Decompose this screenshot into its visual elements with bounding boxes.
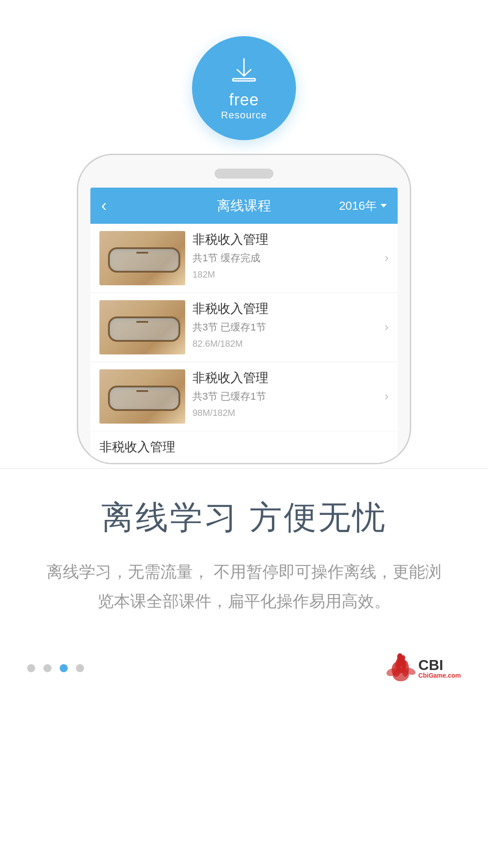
chevron-down-icon: [380, 204, 387, 208]
course-thumbnail: [99, 300, 185, 354]
cbi-logo: CBI CbiGame.com: [385, 652, 461, 684]
svg-point-10: [401, 655, 405, 660]
screen-title: 离线课程: [217, 197, 271, 215]
course-item-partial[interactable]: 非税收入管理: [90, 431, 398, 463]
course-item[interactable]: 非税收入管理 共1节 缓存完成 › 182M: [90, 224, 398, 293]
course-meta: 共1节 缓存完成: [192, 251, 260, 265]
chevron-right-icon: ›: [385, 320, 389, 334]
course-item[interactable]: 非税收入管理 共3节 已缓存1节 › 98M/182M: [90, 362, 398, 431]
course-title: 非税收入管理: [192, 231, 389, 248]
course-title: 非税收入管理: [99, 440, 175, 454]
course-size: 98M/182M: [192, 408, 389, 418]
course-size: 182M: [192, 269, 389, 280]
page-dot-2[interactable]: [43, 664, 52, 672]
course-info: 非税收入管理 共3节 已缓存1节 › 98M/182M: [192, 369, 389, 418]
course-title: 非税收入管理: [192, 369, 389, 387]
chevron-right-icon: ›: [385, 389, 389, 403]
course-info: 非税收入管理 共1节 缓存完成 › 182M: [192, 231, 389, 280]
course-meta: 共3节 已缓存1节: [192, 390, 266, 403]
course-size: 82.6M/182M: [192, 339, 389, 349]
phone-speaker: [215, 169, 273, 179]
divider: [0, 468, 488, 469]
page-dot-4[interactable]: [76, 664, 84, 672]
cbi-text: CBI CbiGame.com: [418, 658, 461, 679]
chevron-right-icon: ›: [385, 251, 389, 265]
page-indicators: [27, 664, 84, 672]
phone-screen: ‹ 离线课程 2016年 非税收入管: [90, 188, 398, 463]
phone-section: ‹ 离线课程 2016年 非税收入管: [41, 154, 447, 464]
phone-frame: ‹ 离线课程 2016年 非税收入管: [77, 154, 411, 464]
page-dot-3-active[interactable]: [60, 664, 68, 672]
course-meta: 共3节 已缓存1节: [192, 321, 266, 334]
dots-section: CBI CbiGame.com: [0, 652, 488, 684]
app-header: ‹ 离线课程 2016年: [90, 188, 398, 224]
top-icon-section: free Resource: [192, 36, 296, 140]
svg-rect-0: [233, 79, 255, 81]
course-title: 非税收入管理: [192, 300, 389, 317]
download-icon: [228, 55, 260, 87]
course-thumbnail: [99, 369, 185, 424]
year-filter[interactable]: 2016年: [339, 198, 387, 214]
bottom-text-section: 离线学习 方便无忧 离线学习，无需流量， 不用暂停即可操作离线，更能浏览本课全部…: [14, 496, 474, 616]
sub-text: 离线学习，无需流量， 不用暂停即可操作离线，更能浏览本课全部课件，扁平化操作易用…: [41, 557, 447, 616]
course-list: 非税收入管理 共1节 缓存完成 › 182M: [90, 224, 398, 463]
free-resource-icon-circle: free Resource: [192, 36, 296, 140]
back-button[interactable]: ‹: [101, 196, 107, 215]
page-dot-1[interactable]: [27, 664, 35, 672]
free-label: free: [229, 90, 259, 109]
main-title: 离线学习 方便无忧: [101, 496, 387, 539]
course-item[interactable]: 非税收入管理 共3节 已缓存1节 › 82.6M/182M: [90, 293, 398, 362]
course-info: 非税收入管理 共3节 已缓存1节 › 82.6M/182M: [192, 300, 389, 349]
resource-label: Resource: [221, 109, 267, 121]
flame-icon: [385, 652, 417, 684]
course-thumbnail: [99, 231, 185, 285]
